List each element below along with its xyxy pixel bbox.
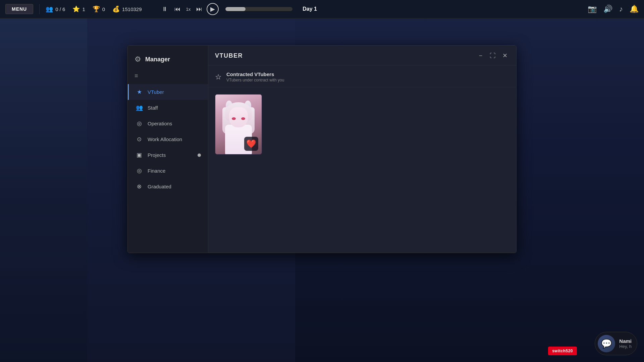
work-allocation-nav-icon: ⊙ (136, 136, 143, 143)
sidebar-item-work-allocation[interactable]: ⊙ Work Allocation (128, 131, 208, 147)
switch-badge: switch520 (548, 347, 577, 355)
topbar-right-controls: 📷 🔊 ♪ 🔔 (588, 5, 639, 13)
manager-window: ⚙ Manager ≡ ★ VTuber 👥 Staff ◎ Operation… (127, 45, 517, 253)
graduated-nav-label: Graduated (148, 184, 171, 189)
topbar: MENU 👥 0 / 6 ⭐ 1 🏆 0 💰 1510329 ⏸ ⏮ 1x ⏭ … (0, 0, 644, 18)
char-eye-left (232, 117, 236, 120)
sidebar-menu-icon[interactable]: ≡ (128, 71, 208, 84)
vtuber-card-1[interactable]: ❤️ (215, 94, 262, 155)
page-title: VTUBER (215, 52, 243, 59)
section-desc: VTubers under contract with you (226, 78, 284, 82)
contracted-vtubers-section: ☆ Contracted VTubers VTubers under contr… (208, 65, 516, 87)
forward-button[interactable]: ⏭ (194, 4, 205, 14)
coins-value: 1510329 (122, 6, 142, 12)
trophy-value: 0 (102, 6, 105, 12)
stat-followers: 👥 0 / 6 (46, 5, 65, 13)
volume-button[interactable]: 🔊 (603, 5, 612, 13)
main-content: VTUBER − ⛶ ✕ ☆ Contracted VTubers VTuber… (208, 46, 516, 253)
followers-value: 0 / 6 (55, 6, 65, 12)
sidebar-title: Manager (145, 56, 170, 63)
trophy-icon: 🏆 (93, 5, 100, 13)
projects-nav-label: Projects (148, 152, 166, 158)
pause-button[interactable]: ⏸ (159, 4, 170, 14)
minimize-button[interactable]: − (476, 51, 485, 60)
rewind-button[interactable]: ⏮ (172, 4, 183, 14)
chat-text: Nami Hey, h (619, 338, 632, 349)
operations-nav-label: Operations (148, 121, 172, 126)
close-button[interactable]: ✕ (500, 51, 509, 60)
modal-area: ⚙ Manager ≡ ★ VTuber 👥 Staff ◎ Operation… (0, 18, 644, 362)
projects-nav-icon: ▣ (136, 152, 143, 159)
heart-icon: ❤️ (246, 139, 256, 148)
manager-icon: ⚙ (135, 55, 141, 64)
sidebar-item-staff[interactable]: 👥 Staff (128, 100, 208, 116)
sidebar-header: ⚙ Manager (128, 49, 208, 71)
vtuber-nav-label: VTuber (148, 89, 164, 95)
finance-nav-icon: ◎ (136, 167, 143, 174)
chat-preview: Hey, h (619, 344, 632, 349)
sidebar: ⚙ Manager ≡ ★ VTuber 👥 Staff ◎ Operation… (128, 46, 208, 253)
section-info: Contracted VTubers VTubers under contrac… (226, 71, 284, 82)
char-face (229, 107, 248, 127)
sep1 (39, 4, 40, 14)
camera-button[interactable]: 📷 (588, 5, 597, 13)
speed-label: 1x (186, 7, 191, 12)
stat-trophy: 🏆 0 (93, 5, 105, 13)
main-header: VTUBER − ⛶ ✕ (208, 46, 516, 65)
day-progress-fill (225, 7, 246, 11)
section-star-icon: ☆ (215, 73, 222, 81)
sidebar-item-vtuber[interactable]: ★ VTuber (128, 84, 208, 100)
notification-button[interactable]: 🔔 (630, 5, 639, 13)
operations-nav-icon: ◎ (136, 120, 143, 127)
graduated-nav-icon: ⊗ (136, 183, 143, 190)
stat-coins: 💰 1510329 (112, 5, 142, 13)
staff-nav-label: Staff (148, 105, 158, 111)
playback-controls: ⏸ ⏮ 1x ⏭ ▶ (159, 3, 219, 15)
finance-nav-label: Finance (148, 168, 165, 174)
vtuber-nav-icon: ★ (136, 88, 143, 96)
followers-icon: 👥 (46, 5, 53, 13)
sidebar-nav: ★ VTuber 👥 Staff ◎ Operations ⊙ Work All… (128, 84, 208, 194)
play-button[interactable]: ▶ (207, 3, 219, 15)
chat-icon: 💬 (601, 339, 612, 349)
char-eye-right (241, 117, 245, 120)
window-controls: − ⛶ ✕ (476, 51, 509, 60)
coin-icon: 💰 (112, 5, 120, 13)
sidebar-item-finance[interactable]: ◎ Finance (128, 163, 208, 179)
heart-badge: ❤️ (244, 137, 258, 151)
staff-nav-icon: 👥 (136, 104, 143, 111)
menu-button[interactable]: MENU (5, 4, 33, 14)
sidebar-item-graduated[interactable]: ⊗ Graduated (128, 179, 208, 194)
chat-name: Nami (619, 338, 632, 344)
chat-avatar: 💬 (598, 335, 615, 352)
stars-value: 1 (82, 6, 85, 12)
sidebar-item-operations[interactable]: ◎ Operations (128, 116, 208, 131)
chat-notification[interactable]: 💬 Nami Hey, h (595, 332, 637, 355)
stat-stars: ⭐ 1 (72, 5, 85, 13)
maximize-button[interactable]: ⛶ (488, 51, 497, 60)
sidebar-item-projects[interactable]: ▣ Projects (128, 147, 208, 163)
section-name: Contracted VTubers (226, 71, 284, 77)
day-label: Day 1 (303, 6, 317, 12)
day-progress-bar (225, 7, 292, 11)
work-allocation-nav-label: Work Allocation (148, 136, 182, 142)
star-icon: ⭐ (72, 5, 80, 13)
music-button[interactable]: ♪ (619, 5, 623, 13)
vtuber-card-area: ❤️ (208, 87, 516, 253)
